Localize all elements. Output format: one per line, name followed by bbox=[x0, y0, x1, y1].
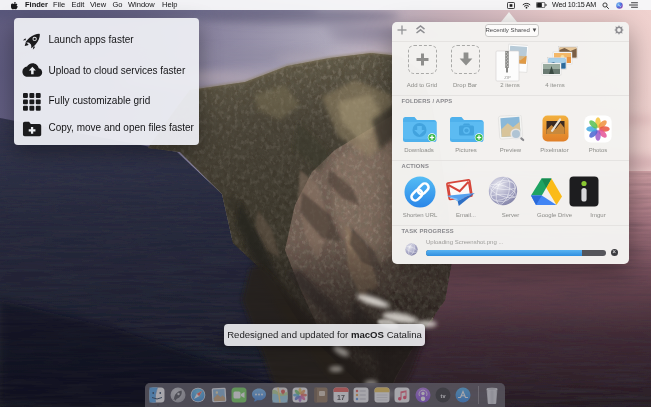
svg-text:ZIP: ZIP bbox=[504, 75, 511, 80]
